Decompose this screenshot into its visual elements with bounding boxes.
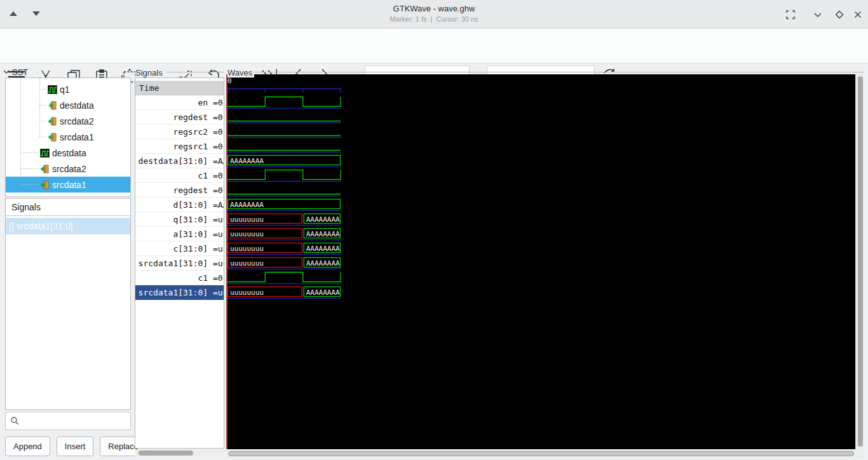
signal-value: =AAAAAAAA bbox=[213, 200, 224, 210]
bit-waveform bbox=[227, 170, 341, 180]
sst-label: SST bbox=[12, 67, 28, 77]
signals-horizontal-scrollbar[interactable] bbox=[135, 449, 224, 457]
signal-row-regdest[interactable]: regdest =0 bbox=[135, 183, 224, 198]
frame-line bbox=[254, 72, 864, 72]
waves-horizontal-scrollbar[interactable] bbox=[226, 449, 864, 458]
tree-item-label: srcdata1 bbox=[52, 180, 86, 190]
bit-waveform bbox=[227, 97, 341, 107]
bus-value-text: uuuuuuuu bbox=[230, 230, 264, 238]
signal-value: =0 bbox=[213, 273, 224, 283]
signal-name: a[31:0] bbox=[135, 229, 213, 239]
bus-value-text: uuuuuuuu bbox=[230, 245, 264, 253]
move-up-icon[interactable] bbox=[6, 8, 20, 20]
sidebar-tree-item-srcdata1[interactable]: srcdata1 bbox=[6, 177, 130, 193]
bus-value-text: AAAAAAAA bbox=[306, 245, 340, 253]
chevron-down-icon[interactable] bbox=[2, 67, 11, 76]
port-in-icon bbox=[48, 117, 57, 126]
signal-name: regsrc2 bbox=[135, 127, 213, 137]
signal-value: =0 bbox=[213, 127, 224, 137]
frame-line bbox=[166, 72, 224, 72]
sidebar-tree-item-srcdata2[interactable]: srcdata2 bbox=[6, 113, 130, 129]
bus-value-text: AAAAAAAA bbox=[306, 259, 340, 267]
signal-row-regsrc1[interactable]: regsrc1 =0 bbox=[135, 139, 224, 154]
bus-value-text: AAAAAAAA bbox=[230, 157, 264, 165]
waveform-drawing: 0AAAAAAAAAAAAAAAAuuuuuuuuAAAAAAAAuuuuuuu… bbox=[226, 74, 855, 449]
port-in-icon bbox=[40, 165, 50, 173]
toolbar: From: To: bbox=[0, 29, 868, 64]
signal-name: srcdata1[31:0] bbox=[135, 259, 213, 268]
signal-name: destdata[31:0] bbox=[135, 156, 213, 166]
insert-button[interactable]: Insert bbox=[57, 436, 94, 456]
wave-signal-icon bbox=[48, 85, 57, 94]
signal-value: =uuuuuuuu bbox=[213, 215, 224, 224]
waves-vertical-scrollbar[interactable] bbox=[855, 74, 864, 449]
tree-guide-stub bbox=[20, 184, 39, 185]
sidebar-tree-item-srcdata2[interactable]: srcdata2 bbox=[6, 161, 130, 177]
bit-waveform bbox=[227, 273, 341, 282]
signal-name: regdest bbox=[135, 112, 213, 122]
signal-row-srcdata1[31:0][interactable]: srcdata1[31:0] =uuuuuuuu bbox=[135, 285, 224, 300]
selected-signal-item[interactable]: [] srcdata1[31:0] bbox=[6, 218, 130, 234]
signal-row-a[31:0][interactable]: a[31:0] =uuuuuuuu bbox=[135, 227, 224, 241]
sidebar-signals-panel: Signals [] srcdata1[31:0] bbox=[5, 198, 131, 410]
signal-name: regdest bbox=[135, 186, 213, 195]
close-icon[interactable] bbox=[851, 8, 865, 22]
signal-value: =0 bbox=[213, 186, 224, 195]
signal-row-d[31:0][interactable]: d[31:0] =AAAAAAAA bbox=[135, 198, 224, 212]
move-down-icon[interactable] bbox=[29, 8, 43, 20]
signal-name: c[31:0] bbox=[135, 244, 213, 254]
scrollbar-thumb[interactable] bbox=[139, 450, 193, 456]
signal-row-c1[interactable]: c1 =0 bbox=[135, 271, 224, 285]
signal-value: =uuuuuuuu bbox=[213, 244, 224, 254]
signal-row-en[interactable]: en =0 bbox=[135, 95, 224, 110]
signal-value: =uuuuuuuu bbox=[213, 229, 224, 239]
signal-value: =0 bbox=[213, 98, 224, 107]
minimize-icon[interactable] bbox=[811, 8, 825, 22]
signals-frame-label: Signals bbox=[135, 68, 165, 78]
signal-name: regsrc1 bbox=[135, 142, 213, 151]
signal-names-panel[interactable]: Time en =0regdest =0regsrc2 =0regsrc1 =0… bbox=[135, 78, 224, 449]
signal-value: =uuuuuuuu bbox=[213, 288, 224, 297]
waves-frame-label: Waves bbox=[227, 68, 254, 78]
up-triangle bbox=[10, 11, 17, 16]
maximize-icon[interactable] bbox=[832, 8, 846, 22]
scrollbar-thumb[interactable] bbox=[228, 451, 854, 456]
sidebar-tree-item-srcdata1[interactable]: srcdata1 bbox=[6, 129, 130, 145]
tree-guide-stub bbox=[20, 168, 39, 169]
signal-row-c1[interactable]: c1 =0 bbox=[135, 168, 224, 183]
tree-item-label: srcdata2 bbox=[60, 116, 94, 126]
signal-row-regsrc2[interactable]: regsrc2 =0 bbox=[135, 125, 224, 139]
tree-item-label: srcdata1 bbox=[60, 132, 94, 142]
search-input[interactable] bbox=[5, 412, 131, 430]
sst-tree[interactable]: q1destdatasrcdata2srcdata1destdatasrcdat… bbox=[5, 78, 131, 197]
port-in-icon bbox=[40, 180, 50, 189]
bus-value-text: uuuuuuuu bbox=[230, 288, 264, 297]
signal-row-regdest[interactable]: regdest =0 bbox=[135, 110, 224, 125]
signal-row-c[31:0][interactable]: c[31:0] =uuuuuuuu bbox=[135, 241, 224, 256]
tree-item-label: srcdata2 bbox=[52, 164, 86, 174]
sidebar-tree-item-q1[interactable]: q1 bbox=[6, 81, 130, 97]
port-in-icon bbox=[48, 133, 57, 142]
timeline-zero-label: 0 bbox=[227, 77, 232, 85]
titlebar: GTKWave - wave.ghw Marker: 1 fs | Cursor… bbox=[0, 0, 868, 29]
scrollbar-thumb[interactable] bbox=[858, 76, 863, 447]
signal-name: c1 bbox=[135, 171, 213, 180]
signal-row-srcdata1[31:0][interactable]: srcdata1[31:0] =uuuuuuuu bbox=[135, 256, 224, 271]
signal-name: q[31:0] bbox=[135, 215, 213, 224]
wave-signal-icon bbox=[40, 149, 50, 158]
sst-header: SST bbox=[2, 66, 28, 78]
fullscreen-icon[interactable] bbox=[783, 8, 797, 22]
signal-row-q[31:0][interactable]: q[31:0] =uuuuuuuu bbox=[135, 212, 224, 227]
append-button[interactable]: Append bbox=[5, 436, 50, 456]
bus-value-text: AAAAAAAA bbox=[306, 215, 340, 224]
tree-guide-stub bbox=[39, 121, 46, 121]
signal-row-destdata[31:0][interactable]: destdata[31:0] =AAAAAAAA bbox=[135, 154, 224, 168]
signal-value: =0 bbox=[213, 112, 224, 122]
waves-canvas[interactable]: 0AAAAAAAAAAAAAAAAuuuuuuuuAAAAAAAAuuuuuuu… bbox=[226, 74, 855, 449]
sidebar-signals-header: Signals bbox=[6, 199, 130, 216]
time-column-header[interactable]: Time bbox=[135, 81, 224, 95]
sidebar-tree-item-destdata[interactable]: destdata bbox=[6, 97, 130, 113]
signal-value: =0 bbox=[213, 142, 224, 151]
sidebar-tree-item-destdata[interactable]: destdata bbox=[6, 145, 130, 161]
bus-value-text: uuuuuuuu bbox=[230, 259, 264, 267]
